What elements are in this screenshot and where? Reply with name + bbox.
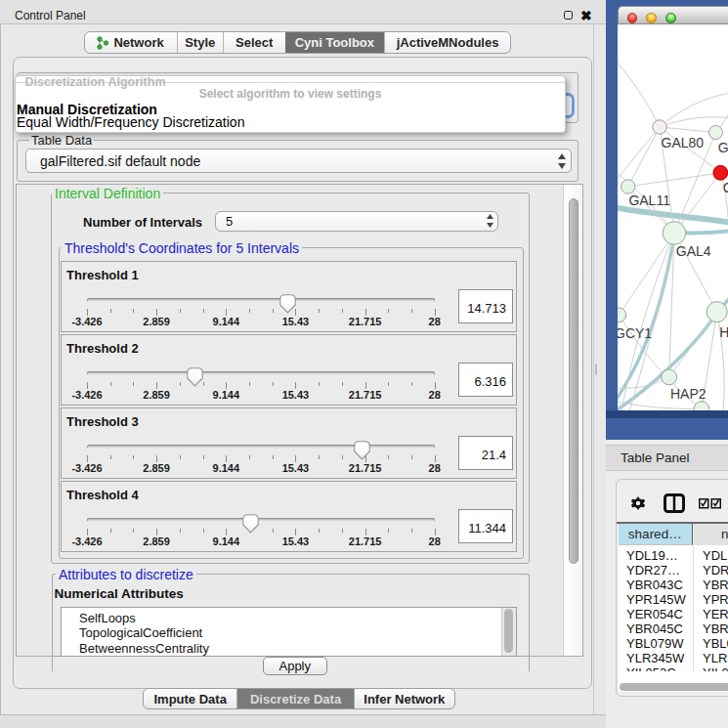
svg-text:GCY1: GCY1 bbox=[618, 325, 652, 341]
svg-text:HI: HI bbox=[719, 324, 728, 340]
svg-text:C: C bbox=[723, 180, 728, 195]
svg-text:GAL11: GAL11 bbox=[628, 193, 670, 208]
svg-text:GAL4: GAL4 bbox=[676, 243, 711, 259]
svg-text:HAP2: HAP2 bbox=[670, 386, 707, 402]
svg-text:GAL80: GAL80 bbox=[662, 135, 705, 150]
svg-text:GA: GA bbox=[718, 140, 728, 155]
